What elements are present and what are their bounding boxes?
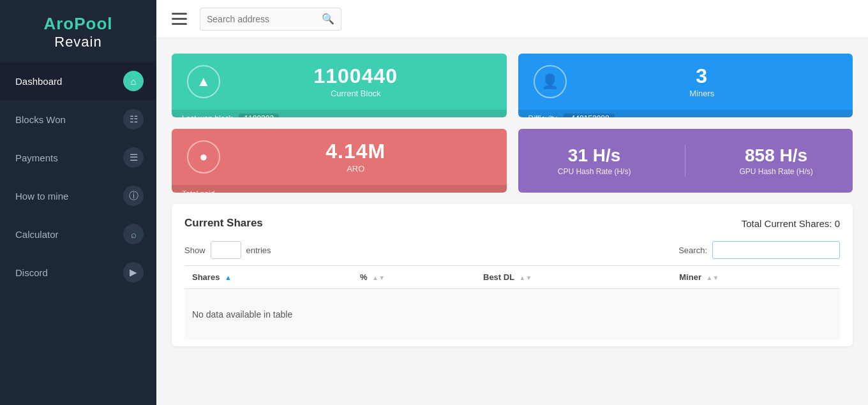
sidebar-item-dashboard[interactable]: Dashboard ⌂ [0,62,156,100]
col-miner[interactable]: Miner ▲▼ [671,266,840,289]
table-search-input[interactable] [712,241,840,259]
col-shares-label: Shares [192,272,220,282]
cards-row-2: ● 4.14M ARO Total paid 31 H/s CPU Hash R… [172,129,853,193]
list-icon: ☰ [123,147,144,168]
block-icon: ▲ [187,65,220,98]
sidebar-item-label: Blocks Won [15,114,123,125]
home-icon: ⌂ [123,71,144,91]
discord-icon: ▶ [123,262,144,283]
col-miner-label: Miner [679,272,701,282]
col-percent[interactable]: % ▲▼ [352,266,475,289]
cpu-hashrate-metric: 31 H/s CPU Hash Rate (H/s) [558,145,631,176]
col-percent-label: % [360,272,368,282]
total-paid-footer: Total paid [172,185,507,193]
search-icon[interactable]: 🔍 [322,13,334,25]
search-label: Search: [678,246,707,255]
sidebar-item-label: Discord [15,267,123,278]
col-shares[interactable]: Shares ▲ [184,266,352,289]
last-won-block-value: 1100382 [239,114,279,117]
search-bar: 🔍 [200,8,341,31]
entries-label: entries [246,246,271,255]
calculator-icon: ⌕ [123,224,144,244]
hashrate-card: 31 H/s CPU Hash Rate (H/s) 858 H/s GPU H… [518,129,853,193]
best-dl-sort-icon: ▲▼ [520,274,532,281]
search-input[interactable] [207,14,322,24]
table-controls: Show entries Search: [184,241,840,259]
sidebar-item-payments[interactable]: Payments ☰ [0,138,156,177]
card-divider [685,145,685,177]
col-best-dl-label: Best DL [483,272,514,282]
main: 🔍 ▲ 1100440 Current Block Last won block… [156,0,868,405]
sidebar-item-calculator[interactable]: Calculator ⌕ [0,215,156,253]
table-search: Search: [678,241,840,259]
sidebar-item-discord[interactable]: Discord ▶ [0,253,156,291]
miners-label: Miners [567,89,838,98]
info-icon: ⓘ [123,186,144,206]
current-block-label: Current Block [220,89,491,98]
sidebar-item-label: Dashboard [15,76,123,87]
cards-row-1: ▲ 1100440 Current Block Last won block 1… [172,54,853,117]
percent-sort-icon: ▲▼ [372,274,385,281]
empty-row: No data available in table [184,289,840,341]
miners-card: 👤 3 Miners Difficulty -448152980 [518,54,853,117]
cpu-hashrate-label: CPU Hash Rate (H/s) [558,167,631,176]
content: ▲ 1100440 Current Block Last won block 1… [156,38,868,405]
show-label: Show [184,246,206,255]
shares-title: Current Shares [184,217,263,230]
shares-section: Current Shares Total Current Shares: 0 S… [172,204,853,346]
brand: AroPool Revain [0,0,156,62]
sidebar-nav: Dashboard ⌂ Blocks Won ☷ Payments ☰ How … [0,62,156,291]
cpu-hashrate-value: 31 H/s [558,145,631,166]
total-paid-value: 4.14M [220,140,491,163]
miners-icon: 👤 [534,65,567,98]
topbar: 🔍 [156,0,868,38]
payment-icon: ● [187,140,220,173]
last-won-block-label: Last won block [182,114,232,117]
brand-bottom: Revain [0,34,156,50]
empty-message: No data available in table [184,289,840,341]
col-best-dl[interactable]: Best DL ▲▼ [475,266,671,289]
shares-sort-icon: ▲ [225,274,232,281]
entries-input[interactable] [211,241,241,259]
sidebar-item-label: Calculator [15,229,123,240]
show-entries: Show entries [184,241,271,259]
sidebar-item-label: How to mine [15,191,123,202]
gpu-hashrate-label: GPU Hash Rate (H/s) [739,167,812,176]
hamburger-menu[interactable] [172,13,187,25]
gpu-hashrate-metric: 858 H/s GPU Hash Rate (H/s) [739,145,812,176]
shares-table: Shares ▲ % ▲▼ Best DL ▲▼ Miner [184,265,840,340]
brand-top: AroPool [0,14,156,34]
total-paid-card: ● 4.14M ARO Total paid [172,129,507,193]
sidebar-item-how-to-mine[interactable]: How to mine ⓘ [0,177,156,215]
total-paid-aro-label: ARO [220,164,491,173]
total-paid-text: 4.14M ARO [220,140,491,173]
gpu-hashrate-value: 858 H/s [739,145,812,166]
sidebar-item-label: Payments [15,152,123,163]
sidebar: AroPool Revain Dashboard ⌂ Blocks Won ☷ … [0,0,156,405]
miners-text: 3 Miners [567,65,838,98]
current-block-value: 1100440 [220,65,491,87]
miners-value: 3 [567,65,838,87]
difficulty-label: Difficulty [528,114,557,117]
shares-total: Total Current Shares: 0 [742,218,840,229]
chart-icon: ☷ [123,109,144,129]
shares-header: Current Shares Total Current Shares: 0 [184,217,840,230]
total-paid-footer-label: Total paid [182,189,214,193]
current-block-card: ▲ 1100440 Current Block Last won block 1… [172,54,507,117]
miners-footer: Difficulty -448152980 [518,110,853,117]
miner-sort-icon: ▲▼ [707,274,719,281]
sidebar-item-blocks-won[interactable]: Blocks Won ☷ [0,100,156,138]
current-block-text: 1100440 Current Block [220,65,491,98]
current-block-footer: Last won block 1100382 [172,110,507,117]
difficulty-value: -448152980 [564,114,615,117]
